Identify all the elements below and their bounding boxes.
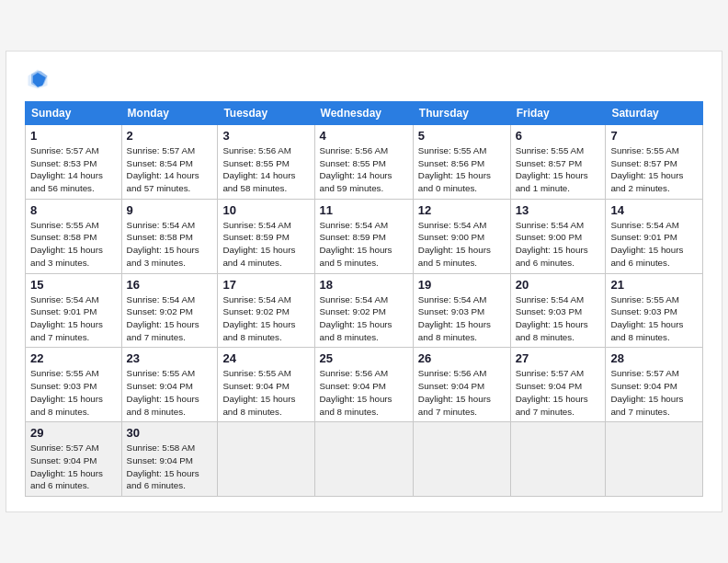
day-cell: 22Sunrise: 5:55 AMSunset: 9:03 PMDayligh… xyxy=(26,348,122,422)
day-info: Sunrise: 5:58 AMSunset: 9:04 PMDaylight:… xyxy=(127,442,213,492)
day-number: 19 xyxy=(418,278,506,292)
day-cell: 15Sunrise: 5:54 AMSunset: 9:01 PMDayligh… xyxy=(26,273,122,348)
dow-header: Monday xyxy=(121,101,218,124)
day-number: 12 xyxy=(418,203,506,217)
day-info: Sunrise: 5:54 AMSunset: 8:59 PMDaylight:… xyxy=(320,219,408,270)
day-number: 28 xyxy=(610,351,698,365)
day-cell: 19Sunrise: 5:54 AMSunset: 9:03 PMDayligh… xyxy=(413,273,510,348)
day-number: 20 xyxy=(516,278,601,292)
day-info: Sunrise: 5:54 AMSunset: 9:03 PMDaylight:… xyxy=(516,293,601,344)
day-cell: 11Sunrise: 5:54 AMSunset: 8:59 PMDayligh… xyxy=(314,199,413,273)
day-cell: 9Sunrise: 5:54 AMSunset: 8:58 PMDaylight… xyxy=(121,199,218,273)
day-number: 22 xyxy=(30,351,117,365)
day-number: 23 xyxy=(127,351,213,365)
day-info: Sunrise: 5:57 AMSunset: 8:53 PMDaylight:… xyxy=(30,144,117,195)
day-info: Sunrise: 5:55 AMSunset: 8:56 PMDaylight:… xyxy=(418,144,506,195)
day-info: Sunrise: 5:56 AMSunset: 9:04 PMDaylight:… xyxy=(320,367,408,418)
day-info: Sunrise: 5:57 AMSunset: 8:54 PMDaylight:… xyxy=(127,144,213,195)
day-info: Sunrise: 5:54 AMSunset: 9:02 PMDaylight:… xyxy=(222,293,309,344)
day-info: Sunrise: 5:54 AMSunset: 8:59 PMDaylight:… xyxy=(222,219,309,270)
day-cell xyxy=(314,422,413,497)
day-info: Sunrise: 5:57 AMSunset: 9:04 PMDaylight:… xyxy=(516,367,601,418)
day-info: Sunrise: 5:54 AMSunset: 9:02 PMDaylight:… xyxy=(320,293,408,344)
dow-header: Saturday xyxy=(606,101,703,124)
day-cell: 24Sunrise: 5:55 AMSunset: 9:04 PMDayligh… xyxy=(218,348,314,422)
day-cell xyxy=(413,422,510,497)
day-number: 15 xyxy=(30,278,117,292)
day-number: 14 xyxy=(610,203,698,217)
week-row: 15Sunrise: 5:54 AMSunset: 9:01 PMDayligh… xyxy=(26,273,703,348)
dow-header: Thursday xyxy=(413,101,510,124)
day-number: 6 xyxy=(516,129,601,143)
day-cell: 5Sunrise: 5:55 AMSunset: 8:56 PMDaylight… xyxy=(413,124,510,199)
day-cell: 18Sunrise: 5:54 AMSunset: 9:02 PMDayligh… xyxy=(314,273,413,348)
calendar-body: 1Sunrise: 5:57 AMSunset: 8:53 PMDaylight… xyxy=(26,124,703,496)
week-row: 22Sunrise: 5:55 AMSunset: 9:03 PMDayligh… xyxy=(26,348,703,422)
day-info: Sunrise: 5:57 AMSunset: 9:04 PMDaylight:… xyxy=(30,442,117,492)
dow-header: Wednesday xyxy=(314,101,413,124)
day-number: 18 xyxy=(320,278,408,292)
day-info: Sunrise: 5:56 AMSunset: 8:55 PMDaylight:… xyxy=(222,144,309,195)
day-info: Sunrise: 5:54 AMSunset: 9:01 PMDaylight:… xyxy=(610,219,698,270)
day-info: Sunrise: 5:55 AMSunset: 9:04 PMDaylight:… xyxy=(127,367,213,418)
day-cell: 28Sunrise: 5:57 AMSunset: 9:04 PMDayligh… xyxy=(606,348,703,422)
day-info: Sunrise: 5:54 AMSunset: 9:03 PMDaylight:… xyxy=(418,293,506,344)
day-cell: 21Sunrise: 5:55 AMSunset: 9:03 PMDayligh… xyxy=(606,273,703,348)
day-cell: 30Sunrise: 5:58 AMSunset: 9:04 PMDayligh… xyxy=(121,422,218,497)
week-row: 8Sunrise: 5:55 AMSunset: 8:58 PMDaylight… xyxy=(26,199,703,273)
day-info: Sunrise: 5:55 AMSunset: 9:04 PMDaylight:… xyxy=(222,367,309,418)
day-info: Sunrise: 5:55 AMSunset: 8:57 PMDaylight:… xyxy=(516,144,601,195)
day-cell: 16Sunrise: 5:54 AMSunset: 9:02 PMDayligh… xyxy=(121,273,218,348)
dow-header: Tuesday xyxy=(218,101,314,124)
day-cell: 10Sunrise: 5:54 AMSunset: 8:59 PMDayligh… xyxy=(218,199,314,273)
day-number: 3 xyxy=(222,129,309,143)
day-cell: 8Sunrise: 5:55 AMSunset: 8:58 PMDaylight… xyxy=(26,199,122,273)
day-info: Sunrise: 5:56 AMSunset: 8:55 PMDaylight:… xyxy=(320,144,408,195)
day-number: 21 xyxy=(610,278,698,292)
day-number: 2 xyxy=(127,129,213,143)
day-info: Sunrise: 5:54 AMSunset: 9:00 PMDaylight:… xyxy=(516,219,601,270)
day-number: 1 xyxy=(30,129,117,143)
day-number: 25 xyxy=(320,351,408,365)
calendar: SundayMondayTuesdayWednesdayThursdayFrid… xyxy=(25,101,703,497)
day-info: Sunrise: 5:56 AMSunset: 9:04 PMDaylight:… xyxy=(418,367,506,418)
day-info: Sunrise: 5:54 AMSunset: 9:02 PMDaylight:… xyxy=(127,293,213,344)
day-info: Sunrise: 5:55 AMSunset: 8:57 PMDaylight:… xyxy=(610,144,698,195)
day-number: 26 xyxy=(418,351,506,365)
day-number: 5 xyxy=(418,129,506,143)
day-cell: 20Sunrise: 5:54 AMSunset: 9:03 PMDayligh… xyxy=(510,273,606,348)
day-number: 10 xyxy=(222,203,309,217)
day-info: Sunrise: 5:57 AMSunset: 9:04 PMDaylight:… xyxy=(610,367,698,418)
day-number: 7 xyxy=(610,129,698,143)
day-number: 8 xyxy=(30,203,117,217)
day-number: 30 xyxy=(127,426,213,440)
day-cell: 2Sunrise: 5:57 AMSunset: 8:54 PMDaylight… xyxy=(121,124,218,199)
day-info: Sunrise: 5:55 AMSunset: 9:03 PMDaylight:… xyxy=(610,293,698,344)
day-cell: 7Sunrise: 5:55 AMSunset: 8:57 PMDaylight… xyxy=(606,124,703,199)
day-cell xyxy=(606,422,703,497)
page: SundayMondayTuesdayWednesdayThursdayFrid… xyxy=(6,51,722,512)
logo-icon xyxy=(25,66,51,92)
day-cell: 27Sunrise: 5:57 AMSunset: 9:04 PMDayligh… xyxy=(510,348,606,422)
day-cell xyxy=(218,422,314,497)
day-of-week-row: SundayMondayTuesdayWednesdayThursdayFrid… xyxy=(26,101,703,124)
day-cell: 26Sunrise: 5:56 AMSunset: 9:04 PMDayligh… xyxy=(413,348,510,422)
day-cell: 4Sunrise: 5:56 AMSunset: 8:55 PMDaylight… xyxy=(314,124,413,199)
day-info: Sunrise: 5:55 AMSunset: 9:03 PMDaylight:… xyxy=(30,367,117,418)
day-info: Sunrise: 5:54 AMSunset: 9:00 PMDaylight:… xyxy=(418,219,506,270)
day-cell: 17Sunrise: 5:54 AMSunset: 9:02 PMDayligh… xyxy=(218,273,314,348)
day-info: Sunrise: 5:55 AMSunset: 8:58 PMDaylight:… xyxy=(30,219,117,270)
day-cell: 13Sunrise: 5:54 AMSunset: 9:00 PMDayligh… xyxy=(510,199,606,273)
day-number: 9 xyxy=(127,203,213,217)
day-info: Sunrise: 5:54 AMSunset: 8:58 PMDaylight:… xyxy=(127,219,213,270)
logo xyxy=(25,66,54,92)
day-number: 13 xyxy=(516,203,601,217)
day-cell: 3Sunrise: 5:56 AMSunset: 8:55 PMDaylight… xyxy=(218,124,314,199)
day-cell: 23Sunrise: 5:55 AMSunset: 9:04 PMDayligh… xyxy=(121,348,218,422)
dow-header: Friday xyxy=(510,101,606,124)
day-cell xyxy=(510,422,606,497)
week-row: 1Sunrise: 5:57 AMSunset: 8:53 PMDaylight… xyxy=(26,124,703,199)
day-number: 24 xyxy=(222,351,309,365)
dow-header: Sunday xyxy=(26,101,122,124)
day-number: 27 xyxy=(516,351,601,365)
